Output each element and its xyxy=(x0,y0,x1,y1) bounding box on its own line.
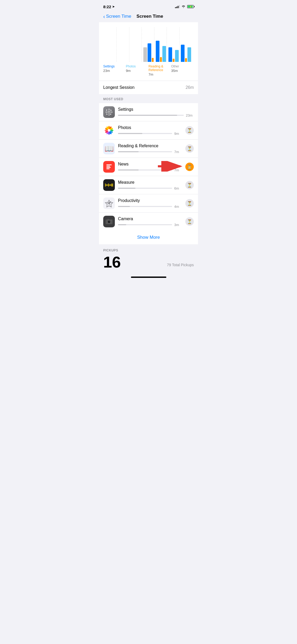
bar-4-orange xyxy=(152,58,154,62)
legend-reading[interactable]: Reading & Reference 7m xyxy=(149,65,171,76)
signal-bar-1 xyxy=(175,7,176,8)
app-row-photos[interactable]: Photos 9m ⏳ xyxy=(99,121,198,140)
chart-day-2 xyxy=(118,27,129,62)
app-name-news: News xyxy=(118,162,182,167)
progress-row-photos: 9m xyxy=(118,132,182,136)
progress-bg-productivity xyxy=(118,206,172,207)
time-limit-measure[interactable]: ⏳ xyxy=(185,181,194,189)
progress-fill-productivity xyxy=(118,206,130,207)
chart-legend: Settings 23m Photos 9m Reading & Referen… xyxy=(99,62,198,76)
most-used-label: MOST USED xyxy=(103,97,123,101)
back-chevron-icon: ‹ xyxy=(103,14,105,19)
bar-5-orange xyxy=(160,57,162,62)
svg-rect-23 xyxy=(106,164,112,165)
chart-day-6 xyxy=(168,27,179,62)
app-info-reading: Reading & Reference 7m xyxy=(118,144,182,154)
svg-point-45 xyxy=(109,221,110,222)
chart-day-7 xyxy=(181,27,192,62)
time-limit-photos[interactable]: ⏳ xyxy=(185,126,194,135)
back-button[interactable]: ‹ Screen Time xyxy=(103,14,131,19)
progress-fill-camera xyxy=(118,224,126,225)
status-time: 8:22 ➤ xyxy=(103,4,115,9)
svg-point-1 xyxy=(108,111,110,113)
progress-bg-news xyxy=(118,169,172,171)
progress-fill-settings xyxy=(118,115,177,116)
progress-row-camera: 3m xyxy=(118,223,182,227)
signal-bars xyxy=(175,5,180,8)
svg-rect-24 xyxy=(106,166,110,167)
show-more-row[interactable]: Show More xyxy=(99,231,198,244)
time-limit-camera[interactable]: ⏳ xyxy=(185,217,194,226)
app-info-measure: Measure 6m xyxy=(118,180,182,190)
longest-session-row: Longest Session 26m xyxy=(99,81,198,94)
hourglass-icon-reading: ⏳ xyxy=(187,146,192,151)
progress-bg-camera xyxy=(118,224,172,225)
svg-rect-5 xyxy=(111,112,112,113)
app-row-camera[interactable]: Camera 3m ⏳ xyxy=(99,213,198,231)
app-row-settings[interactable]: Settings 23m xyxy=(99,103,198,121)
progress-bg-reading xyxy=(118,151,172,152)
legend-photos-value: 9m xyxy=(126,69,149,73)
wifi-icon xyxy=(181,5,186,9)
progress-row-reading: 7m xyxy=(118,150,182,154)
signal-bar-3 xyxy=(178,6,178,8)
svg-point-47 xyxy=(111,220,112,221)
progress-fill-photos xyxy=(118,133,142,134)
app-row-measure[interactable]: Measure 6m ⏳ xyxy=(99,176,198,194)
time-limit-reading[interactable]: ⏳ xyxy=(185,144,194,153)
svg-rect-2 xyxy=(109,109,110,110)
battery-icon: ⚡ xyxy=(187,5,194,8)
progress-row-news: 7m xyxy=(118,168,182,172)
svg-rect-7 xyxy=(110,113,111,115)
time-display: 8:22 xyxy=(103,4,111,9)
app-info-news: News 7m xyxy=(118,162,182,172)
chart-day-3 xyxy=(130,27,142,62)
nav-header: ‹ Screen Time Screen Time xyxy=(99,12,198,22)
app-row-news[interactable]: News 7m ⏳ xyxy=(99,158,198,176)
most-used-header: MOST USED xyxy=(99,94,198,103)
progress-time-reading: 7m xyxy=(174,150,182,154)
app-icon-settings xyxy=(103,106,115,118)
status-icons: ⚡ xyxy=(175,5,194,9)
progress-row-settings: 23m xyxy=(118,113,194,117)
progress-fill-reading xyxy=(118,151,139,152)
progress-bg-measure xyxy=(118,188,172,189)
progress-time-camera: 3m xyxy=(174,223,182,227)
svg-rect-4 xyxy=(106,112,107,113)
app-info-camera: Camera 3m xyxy=(118,217,182,227)
app-name-productivity: Productivity xyxy=(118,198,182,203)
time-limit-productivity[interactable]: ⏳ xyxy=(185,199,194,208)
legend-settings-value: 23m xyxy=(103,69,126,73)
app-icon-news xyxy=(103,161,115,173)
app-row-reading[interactable]: 📖 Reading & Reference 7m ⏳ xyxy=(99,140,198,158)
app-icon-reading: 📖 xyxy=(103,143,115,154)
bar-5-lightblue xyxy=(162,46,166,62)
signal-bar-2 xyxy=(176,7,177,8)
app-name-photos: Photos xyxy=(118,125,182,130)
app-list: Settings 23m xyxy=(99,103,198,231)
chart-grid xyxy=(103,27,194,62)
home-bar xyxy=(131,277,166,278)
app-row-productivity[interactable]: Productivity 4m ⏳ xyxy=(99,194,198,213)
progress-row-productivity: 4m xyxy=(118,205,182,209)
app-icon-measure xyxy=(103,179,115,191)
location-icon: ➤ xyxy=(112,5,115,8)
progress-fill-measure xyxy=(118,188,135,189)
app-icon-camera xyxy=(103,216,115,227)
svg-rect-8 xyxy=(110,109,112,111)
progress-time-photos: 9m xyxy=(174,132,182,136)
time-limit-news[interactable]: ⏳ xyxy=(185,163,194,171)
progress-row-measure: 6m xyxy=(118,186,182,190)
svg-rect-26 xyxy=(106,168,110,169)
pickups-label: PICKUPS xyxy=(103,249,118,252)
progress-fill-news xyxy=(118,169,139,171)
svg-rect-3 xyxy=(109,114,110,116)
app-icon-productivity xyxy=(103,197,115,209)
svg-rect-6 xyxy=(106,109,107,111)
legend-photos-label: Photos xyxy=(126,65,149,68)
svg-rect-25 xyxy=(106,167,111,168)
legend-settings[interactable]: Settings 23m xyxy=(103,65,126,76)
hourglass-icon-productivity: ⏳ xyxy=(187,201,192,206)
legend-other: Other 35m xyxy=(171,65,194,76)
legend-photos[interactable]: Photos 9m xyxy=(126,65,149,76)
